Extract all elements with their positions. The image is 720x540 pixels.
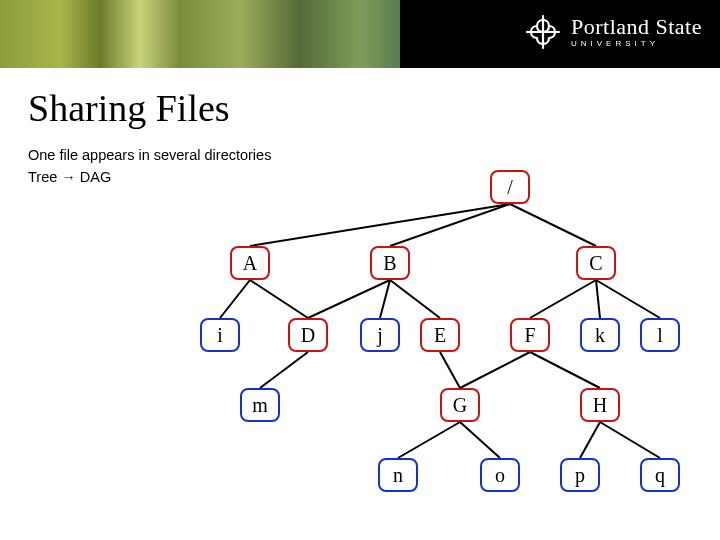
svg-line-2 [250,204,510,246]
node-j: j [360,318,400,352]
sub-line-2: Tree → DAG [28,166,692,188]
svg-line-13 [260,352,308,388]
svg-line-17 [398,422,460,458]
svg-line-10 [530,280,596,318]
banner-photo [0,0,400,68]
slide-content: Sharing Files One file appears in severa… [0,68,720,189]
svg-line-12 [596,280,660,318]
svg-line-20 [600,422,660,458]
node-B: B [370,246,410,280]
svg-line-15 [460,352,530,388]
node-C: C [576,246,616,280]
svg-line-7 [308,280,390,318]
node-o: o [480,458,520,492]
node-G: G [440,388,480,422]
node-i: i [200,318,240,352]
svg-line-11 [596,280,600,318]
university-logo: Portland State UNIVERSITY [525,14,702,50]
node-q: q [640,458,680,492]
university-subtitle: UNIVERSITY [571,40,702,48]
logo-mark-icon [525,14,561,50]
banner: Portland State UNIVERSITY [0,0,720,68]
node-m: m [240,388,280,422]
slide-subtitle: One file appears in several directories … [28,144,692,189]
sub-line-1: One file appears in several directories [28,144,692,166]
node-H: H [580,388,620,422]
node-A: A [230,246,270,280]
svg-line-18 [460,422,500,458]
node-l: l [640,318,680,352]
svg-line-14 [440,352,460,388]
svg-line-4 [510,204,596,246]
node-k: k [580,318,620,352]
node-F: F [510,318,550,352]
node-E: E [420,318,460,352]
slide-title: Sharing Files [28,86,692,130]
svg-line-6 [250,280,308,318]
svg-line-8 [380,280,390,318]
svg-line-19 [580,422,600,458]
university-name: Portland State [571,16,702,38]
svg-line-3 [390,204,510,246]
svg-line-9 [390,280,440,318]
node-D: D [288,318,328,352]
logo-text: Portland State UNIVERSITY [571,16,702,48]
svg-line-16 [530,352,600,388]
node-p: p [560,458,600,492]
node-n: n [378,458,418,492]
svg-line-5 [220,280,250,318]
